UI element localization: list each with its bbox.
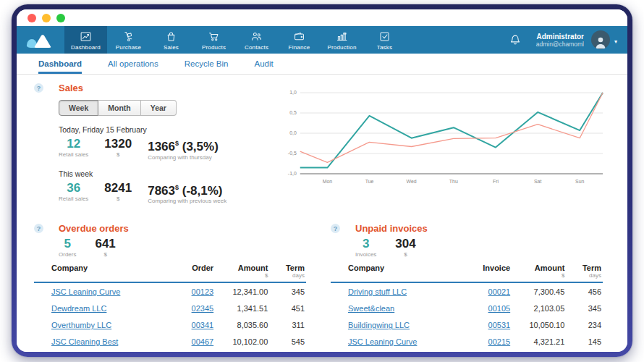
subnav-item-recycle-bin[interactable]: Recycle Bin bbox=[185, 54, 229, 74]
amount-cell: 8,035.60 bbox=[213, 316, 268, 333]
amount-cell: 10,050.10 bbox=[510, 316, 564, 333]
unpaid-invoices-summary: 3Invoices304$ bbox=[355, 237, 603, 258]
stat-label: Comparing with thursday bbox=[148, 154, 219, 161]
minimize-button[interactable] bbox=[42, 14, 51, 22]
invoice-link[interactable]: 00021 bbox=[488, 287, 511, 296]
column-header-company: Company bbox=[331, 262, 450, 282]
nav-tab-purchase[interactable]: Purchase bbox=[107, 26, 150, 54]
app-logo[interactable] bbox=[27, 26, 53, 54]
nav-tab-contacts[interactable]: Contacts bbox=[235, 26, 278, 54]
unpaid-invoices-help-icon[interactable] bbox=[331, 224, 340, 233]
notifications-bell-icon[interactable] bbox=[509, 33, 522, 46]
invoice-link[interactable]: 00531 bbox=[488, 321, 511, 329]
period-button-month[interactable]: Month bbox=[98, 100, 141, 116]
company-link[interactable]: JSC Cleaning Best bbox=[51, 337, 118, 346]
stat-value: 304 bbox=[395, 237, 415, 251]
navbar-right: Administrator admin@chamoml bbox=[509, 26, 627, 54]
company-link[interactable]: Sweet&clean bbox=[348, 304, 394, 313]
zoom-button[interactable] bbox=[56, 14, 65, 22]
order-cell: 00467 bbox=[153, 333, 213, 350]
window-frame: DashboardPurchaseSalesProductsContactsFi… bbox=[12, 4, 632, 357]
nav-tab-label: Finance bbox=[289, 44, 310, 51]
sales-help-icon[interactable] bbox=[34, 83, 43, 93]
company-link[interactable]: Buildingwing LLC bbox=[348, 321, 410, 329]
column-sub-label: days bbox=[564, 272, 601, 279]
stat-value: 3 bbox=[355, 237, 376, 251]
order-cell: 00341 bbox=[153, 316, 213, 333]
column-header-term: Termdays bbox=[564, 262, 603, 282]
company-cell: JSC Leaning Curve bbox=[34, 282, 153, 300]
stat-value: 36 bbox=[59, 181, 88, 195]
invoice-link[interactable]: 00105 bbox=[488, 304, 511, 313]
svg-text:Thu: Thu bbox=[449, 179, 458, 184]
column-label: Term bbox=[268, 264, 305, 272]
bottom-panels: Overdue orders 5Orders641$ CompanyOrderA… bbox=[34, 223, 609, 350]
nav-tab-products[interactable]: Products bbox=[192, 26, 235, 54]
company-cell: JSC Cleaning Best bbox=[34, 333, 153, 350]
avatar[interactable] bbox=[591, 30, 610, 49]
term-cell: 456 bbox=[564, 282, 603, 300]
stat-invoices: 3Invoices bbox=[355, 237, 376, 258]
stat-: 304$ bbox=[395, 237, 415, 258]
invoice-cell: 00105 bbox=[450, 300, 510, 316]
period-button-week[interactable]: Week bbox=[59, 100, 98, 116]
company-link[interactable]: Driving stuff LLC bbox=[348, 287, 407, 296]
svg-text:-1,0: -1,0 bbox=[288, 171, 297, 176]
nav-tab-label: Sales bbox=[164, 44, 179, 51]
column-label: Company bbox=[348, 264, 450, 272]
column-header-amount: Amount$ bbox=[213, 262, 268, 282]
order-link[interactable]: 00467 bbox=[192, 337, 214, 346]
svg-text:Fri: Fri bbox=[493, 179, 499, 184]
today-stats-group: Today, Friday 15 February 12Retail sales… bbox=[59, 125, 279, 161]
user-menu-caret-icon[interactable] bbox=[614, 33, 617, 46]
invoice-cell: 00531 bbox=[450, 316, 510, 333]
order-link[interactable]: 00123 bbox=[192, 287, 214, 296]
overdue-orders-table: CompanyOrderAmount$Termdays JSC Leaning … bbox=[34, 262, 306, 350]
screenshot-stage: DashboardPurchaseSalesProductsContactsFi… bbox=[0, 0, 644, 362]
company-link[interactable]: JSC Leaning Curve bbox=[51, 287, 120, 296]
company-cell: Buildingwing LLC bbox=[331, 316, 450, 333]
stat-label: $ bbox=[104, 151, 132, 158]
nav-tab-dashboard[interactable]: Dashboard bbox=[64, 26, 107, 54]
term-cell: 345 bbox=[268, 282, 306, 300]
invoice-link[interactable]: 00215 bbox=[488, 337, 511, 346]
close-button[interactable] bbox=[27, 14, 36, 22]
nav-tab-label: Dashboard bbox=[71, 44, 101, 51]
nav-tab-sales[interactable]: Sales bbox=[150, 26, 192, 54]
period-button-year[interactable]: Year bbox=[141, 100, 177, 116]
column-header-company: Company bbox=[34, 262, 153, 282]
sales-line-chart: 1,00,50,0-0,5-1,0MonTueWedThuFriSatSun bbox=[279, 85, 609, 193]
overdue-orders-help-icon[interactable] bbox=[34, 224, 43, 233]
checkbox-icon bbox=[378, 30, 391, 43]
wallet-icon bbox=[293, 30, 305, 43]
stat-value: 8241 bbox=[104, 181, 132, 195]
company-cell: JSC Leaning Curve bbox=[331, 333, 450, 350]
week-stats-group: This week 36Retail sales8241$7863$ (-8,1… bbox=[59, 169, 279, 205]
company-link[interactable]: JSC Leaning Curve bbox=[348, 337, 417, 346]
nav-tab-label: Production bbox=[327, 44, 356, 51]
order-link[interactable]: 00341 bbox=[192, 321, 214, 329]
overdue-orders-summary: 5Orders641$ bbox=[59, 237, 306, 258]
user-menu[interactable]: Administrator admin@chamoml bbox=[536, 33, 584, 48]
nav-tab-finance[interactable]: Finance bbox=[278, 26, 321, 54]
nav-tab-tasks[interactable]: Tasks bbox=[363, 26, 406, 54]
column-sub-label: $ bbox=[213, 272, 268, 279]
company-link[interactable]: Overthumby LLC bbox=[51, 321, 111, 329]
nav-tab-production[interactable]: Production bbox=[321, 26, 363, 54]
company-cell: Sweet&clean bbox=[331, 300, 450, 316]
column-label: Order bbox=[153, 264, 213, 272]
company-link[interactable]: Dewdream LLC bbox=[51, 304, 106, 313]
invoice-cell: 00021 bbox=[450, 282, 510, 300]
subnav-item-audit[interactable]: Audit bbox=[254, 54, 273, 74]
stat-label: Orders bbox=[59, 251, 76, 258]
amount-cell: 10,102.00 bbox=[213, 333, 268, 350]
order-link[interactable]: 02345 bbox=[192, 304, 214, 313]
subnav-item-all-operations[interactable]: All operations bbox=[108, 54, 158, 74]
overdue-orders-title: Overdue orders bbox=[59, 223, 129, 234]
sales-section-title: Sales bbox=[59, 83, 83, 93]
stat-label: Retail sales bbox=[59, 151, 88, 158]
subnav-item-dashboard[interactable]: Dashboard bbox=[38, 54, 82, 74]
nav-tab-label: Contacts bbox=[245, 44, 268, 51]
column-sub-label: days bbox=[268, 272, 305, 279]
table-row: Driving stuff LLC000217,300.45456 bbox=[331, 282, 603, 300]
